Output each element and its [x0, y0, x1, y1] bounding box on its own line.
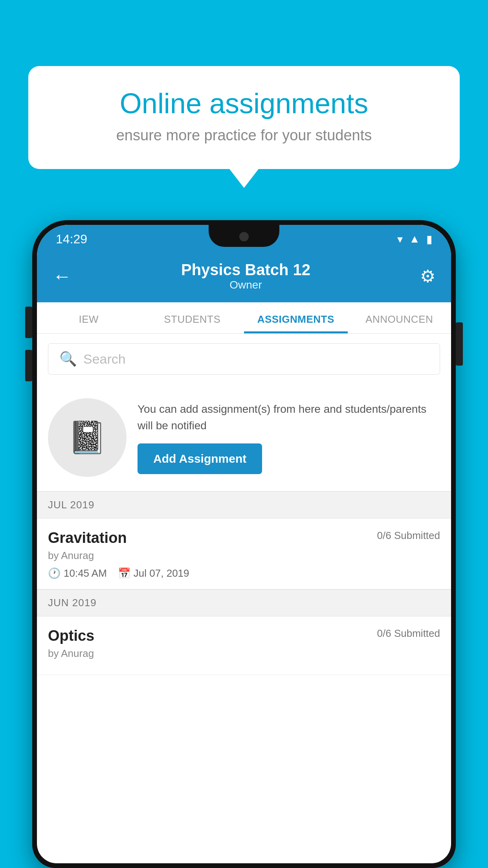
- app-header: ← Physics Batch 12 Owner ⚙: [37, 253, 451, 302]
- promo-text: You can add assignment(s) from here and …: [138, 401, 440, 434]
- search-icon: 🔍: [59, 351, 77, 367]
- status-time: 14:29: [56, 232, 87, 246]
- assignment-name-optics: Optics: [48, 627, 94, 644]
- tab-bar: IEW STUDENTS ASSIGNMENTS ANNOUNCEN: [37, 302, 451, 334]
- wifi-icon: ▾: [397, 233, 403, 246]
- promo-section: 📓 You can add assignment(s) from here an…: [37, 384, 451, 491]
- section-header-jul: JUL 2019: [37, 491, 451, 519]
- settings-button[interactable]: ⚙: [420, 266, 435, 286]
- tab-assignments[interactable]: ASSIGNMENTS: [244, 302, 348, 333]
- assignment-name: Gravitation: [48, 530, 127, 546]
- assignment-by-optics: by Anurag: [48, 647, 440, 660]
- phone-notch: [209, 225, 279, 247]
- search-placeholder: Search: [83, 351, 126, 367]
- assignment-item-optics[interactable]: Optics 0/6 Submitted by Anurag: [37, 616, 451, 675]
- volume-down-button: [25, 350, 32, 381]
- promo-content: You can add assignment(s) from here and …: [138, 401, 440, 474]
- power-button: [456, 322, 463, 366]
- tab-students[interactable]: STUDENTS: [141, 302, 244, 333]
- speech-bubble: Online assignments ensure more practice …: [28, 66, 460, 169]
- signal-icon: ▲: [409, 233, 420, 245]
- assignment-row: Gravitation 0/6 Submitted: [48, 530, 440, 546]
- assignment-meta: 🕐 10:45 AM 📅 Jul 07, 2019: [48, 567, 440, 579]
- phone-screen: 14:29 ▾ ▲ ▮ ← Physics Batch 12 Owner ⚙ I…: [37, 225, 451, 863]
- add-assignment-button[interactable]: Add Assignment: [138, 443, 262, 474]
- tab-iew[interactable]: IEW: [37, 302, 141, 333]
- clock-icon: 🕐: [48, 567, 61, 579]
- assignment-row-optics: Optics 0/6 Submitted: [48, 627, 440, 644]
- assignment-date: 📅 Jul 07, 2019: [118, 567, 189, 579]
- assignment-by: by Anurag: [48, 550, 440, 562]
- camera: [239, 232, 249, 241]
- back-button[interactable]: ←: [53, 265, 72, 287]
- section-header-jun: JUN 2019: [37, 589, 451, 616]
- search-container: 🔍 Search: [37, 334, 451, 384]
- batch-subtitle: Owner: [181, 279, 310, 291]
- assignment-submitted: 0/6 Submitted: [377, 530, 440, 542]
- volume-up-button: [25, 307, 32, 338]
- batch-title: Physics Batch 12: [181, 261, 310, 279]
- speech-bubble-title: Online assignments: [52, 88, 436, 119]
- battery-icon: ▮: [426, 233, 432, 246]
- search-bar[interactable]: 🔍 Search: [48, 343, 440, 375]
- tab-announcements[interactable]: ANNOUNCEN: [348, 302, 451, 333]
- assignment-item-gravitation[interactable]: Gravitation 0/6 Submitted by Anurag 🕐 10…: [37, 519, 451, 589]
- status-icons: ▾ ▲ ▮: [397, 233, 432, 246]
- speech-bubble-subtitle: ensure more practice for your students: [52, 127, 436, 144]
- assignment-submitted-optics: 0/6 Submitted: [377, 627, 440, 640]
- promo-icon-circle: 📓: [48, 398, 127, 477]
- notebook-icon: 📓: [68, 419, 107, 456]
- phone-frame: 14:29 ▾ ▲ ▮ ← Physics Batch 12 Owner ⚙ I…: [32, 220, 456, 868]
- assignment-time: 🕐 10:45 AM: [48, 567, 107, 579]
- calendar-icon: 📅: [118, 567, 130, 579]
- header-title-block: Physics Batch 12 Owner: [181, 261, 310, 291]
